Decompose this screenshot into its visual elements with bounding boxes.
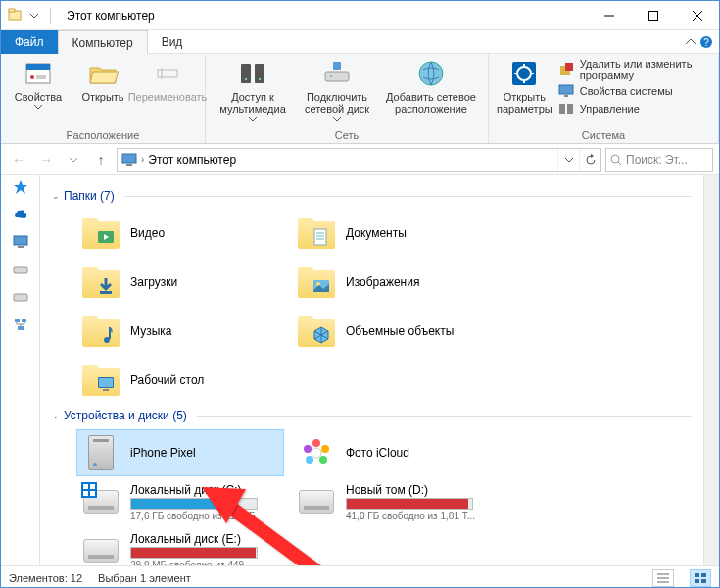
- folder-icon: [297, 312, 336, 351]
- help-icon[interactable]: ?: [699, 35, 713, 49]
- svg-rect-33: [567, 104, 573, 114]
- svg-rect-18: [325, 72, 349, 81]
- svg-point-16: [245, 78, 247, 80]
- group-header-devices[interactable]: ⌄ Устройства и диски (5): [52, 409, 692, 422]
- device-name: Фото iCloud: [346, 446, 409, 460]
- svg-point-63: [304, 445, 312, 453]
- folder-label: Изображения: [346, 275, 419, 289]
- qat-dropdown-icon[interactable]: [26, 8, 42, 24]
- folder-item[interactable]: Музыка: [77, 309, 283, 354]
- chevron-right-icon[interactable]: ›: [141, 154, 144, 165]
- svg-rect-66: [90, 484, 95, 489]
- folders-grid: ВидеоДокументыЗагрузкиИзображенияМузыкаО…: [77, 211, 692, 403]
- up-button[interactable]: ↑: [89, 148, 113, 172]
- svg-rect-57: [103, 389, 109, 391]
- details-view-button[interactable]: [652, 569, 674, 587]
- open-button[interactable]: Открыть: [73, 58, 132, 103]
- open-settings-button[interactable]: Открыть параметры: [497, 58, 552, 115]
- svg-point-54: [104, 337, 110, 343]
- folder-item[interactable]: Объемные объекты: [293, 309, 499, 354]
- forward-button[interactable]: →: [34, 148, 58, 172]
- svg-rect-35: [126, 164, 132, 166]
- group-label-location: Расположение: [9, 127, 197, 141]
- add-network-location-button[interactable]: Добавить сетевое расположение: [382, 58, 480, 115]
- address-dropdown[interactable]: [557, 149, 579, 171]
- ribbon-group-location: Свойства Открыть Переименовать Расположе…: [1, 54, 206, 143]
- address-bar[interactable]: › Этот компьютер: [117, 148, 601, 172]
- device-icon: [297, 433, 336, 472]
- group-header-folders[interactable]: ⌄ Папки (7): [52, 189, 692, 203]
- media-access-button[interactable]: Доступ к мультимедиа: [214, 58, 292, 122]
- drive-item[interactable]: Новый том (D:)41,0 ГБ свободно из 1,81 Т…: [293, 479, 499, 524]
- device-icon: [81, 482, 120, 521]
- tab-view[interactable]: Вид: [148, 30, 197, 54]
- tiles-view-button[interactable]: [690, 569, 711, 587]
- quick-access-icon[interactable]: [13, 179, 28, 195]
- tab-file[interactable]: Файл: [1, 30, 58, 54]
- maximize-button[interactable]: [631, 1, 675, 30]
- tab-computer[interactable]: Компьютер: [58, 30, 148, 54]
- svg-point-17: [259, 78, 261, 80]
- folder-label: Музыка: [130, 324, 171, 338]
- drive-item[interactable]: Локальный диск (C:)17,6 ГБ свободно из 1…: [77, 479, 283, 524]
- refresh-button[interactable]: [579, 149, 600, 171]
- drive-icon[interactable]: [13, 262, 28, 277]
- folder-item[interactable]: Рабочий стол: [77, 358, 283, 403]
- collapse-icon[interactable]: ⌄: [52, 411, 60, 420]
- this-pc-icon[interactable]: [13, 234, 28, 250]
- folder-item[interactable]: Изображения: [293, 260, 499, 305]
- map-drive-button[interactable]: Подключить сетевой диск: [298, 58, 376, 122]
- breadcrumb[interactable]: Этот компьютер: [148, 153, 236, 167]
- svg-point-59: [312, 439, 320, 447]
- close-button[interactable]: [675, 1, 719, 30]
- collapse-icon[interactable]: ⌄: [52, 191, 60, 201]
- svg-point-10: [30, 75, 34, 79]
- back-button[interactable]: ←: [7, 148, 30, 172]
- vertical-scrollbar[interactable]: [703, 175, 719, 565]
- drive-sub: 41,0 ГБ свободно из 1,81 Т...: [346, 511, 475, 521]
- svg-rect-29: [565, 63, 573, 71]
- folder-item[interactable]: Загрузки: [77, 260, 283, 305]
- svg-rect-30: [559, 85, 573, 94]
- system-properties-button[interactable]: Свойства системы: [558, 83, 710, 99]
- svg-rect-12: [158, 70, 177, 77]
- svg-line-37: [618, 162, 621, 165]
- drive-icon[interactable]: [13, 289, 28, 305]
- svg-rect-20: [333, 62, 341, 70]
- folder-item[interactable]: Документы: [293, 211, 499, 256]
- svg-point-19: [330, 75, 332, 77]
- svg-rect-40: [14, 267, 27, 273]
- svg-rect-1: [9, 9, 15, 12]
- uninstall-programs-button[interactable]: Удалить или изменить программу: [558, 58, 710, 81]
- device-item[interactable]: iPhone Pixel: [77, 430, 283, 475]
- manage-button[interactable]: Управление: [558, 101, 710, 117]
- folder-label: Рабочий стол: [130, 373, 204, 387]
- svg-rect-75: [701, 579, 706, 583]
- svg-point-58: [312, 448, 321, 458]
- device-icon: [297, 482, 336, 521]
- onedrive-icon[interactable]: [13, 207, 28, 222]
- svg-rect-72: [695, 573, 699, 577]
- minimize-button[interactable]: [587, 1, 631, 30]
- ribbon-collapse[interactable]: ?: [686, 30, 719, 53]
- status-item-count: Элементов: 12: [9, 572, 82, 584]
- folder-label: Документы: [346, 226, 407, 240]
- device-item[interactable]: Фото iCloud: [293, 430, 499, 475]
- divider: [197, 416, 692, 416]
- folder-item[interactable]: Видео: [77, 211, 283, 256]
- content-area[interactable]: ⌄ Папки (7) ВидеоДокументыЗагрузкиИзобра…: [40, 175, 703, 565]
- svg-rect-65: [83, 484, 88, 489]
- recent-locations-dropdown[interactable]: [62, 148, 85, 172]
- search-input[interactable]: Поиск: Эт...: [605, 148, 713, 172]
- map-drive-label: Подключить сетевой диск: [298, 91, 376, 115]
- network-icon[interactable]: [13, 317, 28, 332]
- navigation-pane[interactable]: [1, 175, 40, 565]
- device-icon: [81, 433, 120, 472]
- settings-icon: [508, 58, 540, 89]
- properties-icon: [23, 58, 54, 89]
- properties-button[interactable]: Свойства: [9, 58, 68, 110]
- drive-item[interactable]: Локальный диск (E:)39,8 МБ свободно из 4…: [77, 528, 283, 565]
- svg-point-62: [306, 456, 313, 464]
- divider: [124, 196, 692, 197]
- rename-icon: [152, 58, 183, 89]
